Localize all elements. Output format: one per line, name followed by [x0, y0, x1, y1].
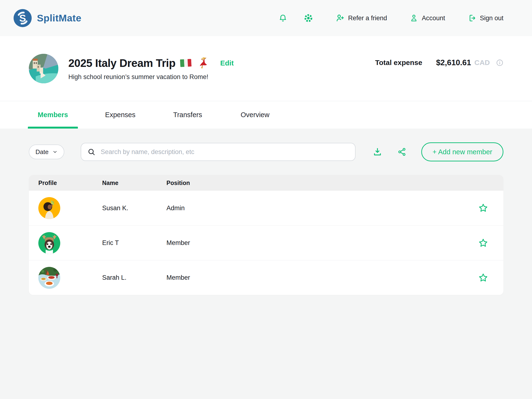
member-avatar-image: [38, 267, 60, 289]
gear-icon: [304, 13, 313, 23]
notifications-button[interactable]: [279, 14, 287, 22]
member-position: Member: [166, 239, 472, 247]
favorite-star-button[interactable]: [472, 203, 494, 213]
account-button[interactable]: Account: [410, 14, 445, 22]
bell-icon: [279, 14, 287, 22]
italy-flag-icon: [179, 58, 193, 68]
sign-out-label: Sign out: [480, 14, 503, 22]
edit-trip-link[interactable]: Edit: [220, 59, 234, 67]
date-filter-label: Date: [36, 148, 49, 156]
top-header: S SplitMate: [0, 0, 532, 36]
members-panel: Date: [0, 129, 532, 295]
trip-header: 2025 Italy Dream Trip: [0, 36, 532, 101]
member-position: Member: [166, 274, 472, 281]
tab-members[interactable]: Members: [28, 101, 78, 129]
tab-expenses[interactable]: Expenses: [95, 101, 145, 129]
search-icon: [87, 148, 95, 156]
download-button[interactable]: [373, 147, 382, 157]
column-header-position: Position: [166, 179, 472, 186]
member-name: Eric T: [102, 239, 166, 247]
settings-button[interactable]: [304, 13, 313, 23]
tab-transfers[interactable]: Transfers: [163, 101, 213, 129]
total-expense: Total expense $2,610.61 CAD: [375, 58, 503, 67]
members-table: Profile Name Position: [29, 175, 503, 295]
member-avatar-image: [38, 232, 60, 254]
tab-overview[interactable]: Overview: [230, 101, 280, 129]
svg-text:S: S: [19, 12, 26, 24]
total-expense-label: Total expense: [375, 59, 422, 67]
person-plus-icon: [336, 13, 345, 23]
member-position: Admin: [166, 204, 472, 212]
tab-bar: Members Expenses Transfers Overview: [0, 101, 532, 129]
member-name: Sarah L.: [102, 274, 166, 281]
app-root: S SplitMate: [0, 0, 532, 399]
refer-a-friend-label: Refer a friend: [348, 14, 387, 22]
search-box: [81, 143, 355, 161]
member-name: Susan K.: [102, 204, 166, 212]
share-icon: [398, 147, 406, 156]
total-expense-amount: $2,610.61: [436, 58, 471, 67]
account-label: Account: [422, 14, 445, 22]
expense-info-button[interactable]: [496, 59, 503, 66]
table-row-eric: Eric T Member: [29, 225, 503, 260]
favorite-star-button[interactable]: [472, 238, 494, 248]
member-avatar-image: [38, 197, 60, 219]
trip-avatar-image: [29, 54, 58, 83]
download-icon: [373, 147, 382, 157]
table-row-sarah: Sarah L. Member: [29, 260, 503, 295]
favorite-star-button[interactable]: [472, 273, 494, 283]
splitmate-logo-icon: S: [13, 9, 32, 27]
date-filter-dropdown[interactable]: Date: [29, 145, 64, 159]
sign-out-icon: [468, 14, 476, 22]
column-header-name: Name: [102, 179, 166, 186]
search-input[interactable]: [100, 148, 349, 156]
refer-a-friend-button[interactable]: Refer a friend: [336, 13, 387, 23]
trip-subtitle: High school reunion’s summer vacation to…: [68, 73, 234, 81]
total-expense-currency: CAD: [474, 59, 490, 67]
sign-out-button[interactable]: Sign out: [468, 14, 503, 22]
table-header-row: Profile Name Position: [29, 175, 503, 191]
table-row-susan: Susan K. Admin: [29, 191, 503, 225]
add-new-member-button[interactable]: + Add new member: [421, 142, 503, 161]
toolbar: Date: [29, 142, 503, 161]
top-nav: Refer a friend Account: [279, 13, 503, 23]
brand-name: SplitMate: [37, 13, 82, 24]
share-button[interactable]: [398, 147, 406, 156]
trip-title: 2025 Italy Dream Trip: [68, 57, 176, 70]
person-icon: [410, 14, 418, 22]
brand-logo[interactable]: S SplitMate: [13, 9, 82, 27]
column-header-profile: Profile: [38, 179, 102, 186]
woman-dancing-icon: [196, 57, 209, 70]
chevron-down-icon: [52, 149, 58, 154]
trip-info: 2025 Italy Dream Trip: [68, 57, 234, 81]
